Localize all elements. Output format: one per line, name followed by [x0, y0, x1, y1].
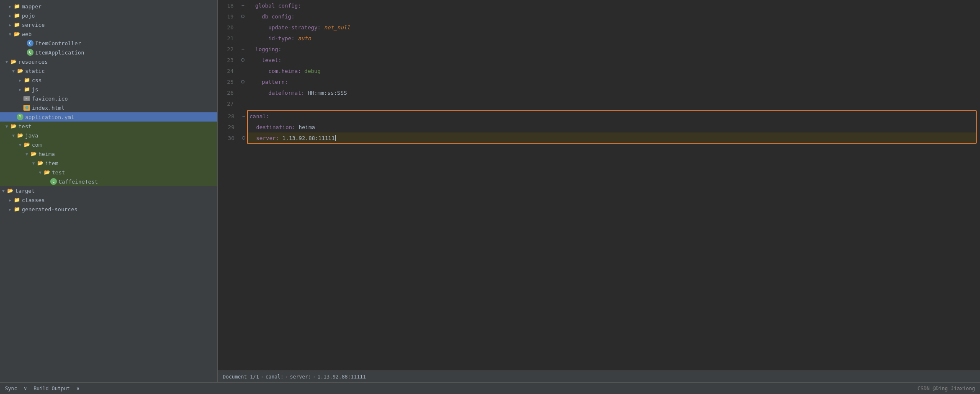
line-num: 29	[219, 124, 239, 130]
line-num: 26	[218, 90, 239, 96]
code-line-25: 25 pattern:	[218, 76, 980, 87]
code-line-22: 22 − logging:	[218, 44, 980, 54]
tree-label: web	[22, 31, 31, 37]
code-line-28: 28 − canal:	[248, 111, 976, 122]
class-icon: C	[27, 49, 33, 56]
tree-item-web[interactable]: ▼ 📂 web	[0, 29, 217, 39]
chevron-icon: ▶	[7, 3, 13, 10]
tree-item-mapper[interactable]: ▶ 📁 mapper	[0, 2, 217, 11]
chevron-icon: ▶	[7, 12, 13, 19]
build-output-label[interactable]: Build Output	[33, 386, 70, 391]
file-tree: ▶ 📁 mapper ▶ 📁 pojo ▶ 📁 service ▼ 📂 web …	[0, 0, 218, 382]
tree-label: heima	[39, 151, 55, 157]
tree-label: service	[22, 22, 45, 28]
chevron-icon: ▼	[23, 150, 30, 157]
tree-item-css[interactable]: ▶ 📁 css	[0, 75, 217, 85]
line-content: server: 1.13.92.88:11111	[248, 135, 976, 141]
folder-icon: 📂	[44, 169, 50, 176]
tree-item-test-nested[interactable]: ▼ 📂 test	[0, 168, 217, 177]
gutter	[239, 80, 247, 83]
bottom-left: Sync ∨ Build Output ∨	[5, 386, 80, 391]
tree-label: mapper	[22, 3, 41, 10]
tree-item-itemcontroller[interactable]: C ItemController	[0, 39, 217, 48]
tree-label: com	[32, 142, 41, 148]
folder-icon: 📂	[10, 58, 17, 65]
code-line-26: 26 dateformat: HH:mm:ss:SSS	[218, 87, 980, 98]
code-line-30: 30 server: 1.13.92.88:11111	[248, 132, 976, 143]
tree-item-caffeinetest[interactable]: C CaffeineTest	[0, 177, 217, 186]
folder-icon: 📁	[13, 206, 20, 213]
folder-icon: 📂	[17, 67, 23, 74]
editor-content[interactable]: 18 − global-config: 19 db-config: 20 upd…	[218, 0, 980, 371]
chevron-icon: ▶	[7, 206, 13, 213]
folder-icon: 📂	[7, 187, 13, 194]
folder-icon: 📂	[23, 141, 30, 148]
tree-label: classes	[22, 197, 45, 203]
tree-item-js[interactable]: ▶ 📁 js	[0, 85, 217, 94]
line-num: 25	[218, 79, 239, 85]
tree-item-appyml[interactable]: Y application.yml	[0, 112, 217, 122]
tree-item-service[interactable]: ▶ 📁 service	[0, 20, 217, 29]
line-num: 18	[218, 3, 239, 9]
tree-item-pojo[interactable]: ▶ 📁 pojo	[0, 11, 217, 20]
tree-item-indexhtml[interactable]: 🌐 index.html	[0, 103, 217, 112]
tree-item-favicon[interactable]: ico favicon.ico	[0, 94, 217, 103]
chevron-icon: ▶	[17, 86, 23, 93]
class-icon: C	[27, 40, 33, 47]
line-num: 22	[218, 46, 239, 52]
line-content: db-config:	[247, 13, 980, 20]
chevron-icon: ▼	[17, 141, 23, 148]
tree-item-resources[interactable]: ▼ 📂 resources	[0, 57, 217, 66]
folder-icon: 📁	[13, 3, 20, 10]
code-line-23: 23 level:	[218, 54, 980, 65]
sep2: ›	[285, 374, 288, 380]
folder-icon: 📂	[17, 132, 23, 139]
editor: 18 − global-config: 19 db-config: 20 upd…	[218, 0, 980, 382]
line-content: canal:	[248, 113, 976, 119]
folder-icon: 📁	[13, 197, 20, 203]
folder-icon: 📂	[10, 123, 17, 130]
status-value: 1.13.92.88:11111	[317, 374, 366, 380]
chevron-icon: ▶	[7, 197, 13, 203]
tree-item-generated[interactable]: ▶ 📁 generated-sources	[0, 205, 217, 214]
html-icon: 🌐	[23, 105, 30, 111]
tree-label: test	[18, 123, 31, 130]
chevron-icon: ▼	[30, 160, 37, 166]
tree-item-target[interactable]: ▼ 📂 target	[0, 186, 217, 195]
line-content: global-config:	[247, 3, 980, 9]
folder-icon: 📂	[37, 160, 44, 166]
tree-label: application.yml	[25, 114, 74, 120]
tree-label: resources	[18, 59, 48, 65]
line-content: id-type: auto	[247, 35, 980, 41]
tree-item-java[interactable]: ▼ 📂 java	[0, 131, 217, 140]
tree-item-heima[interactable]: ▼ 📂 heima	[0, 149, 217, 158]
code-line-21: 21 id-type: auto	[218, 33, 980, 44]
chevron-build: ∨	[77, 386, 80, 391]
line-content: level:	[247, 57, 980, 63]
tree-label: item	[45, 160, 58, 166]
line-num: 28	[219, 113, 239, 119]
tree-item-com[interactable]: ▼ 📂 com	[0, 140, 217, 149]
chevron-icon: ▼	[10, 132, 17, 139]
line-num: 19	[218, 13, 239, 20]
tree-item-test[interactable]: ▼ 📂 test	[0, 122, 217, 131]
tree-label: ItemController	[35, 40, 81, 47]
sep3: ›	[313, 374, 316, 380]
line-num: 30	[219, 135, 239, 141]
tree-label: css	[32, 77, 41, 83]
gutter	[239, 15, 247, 18]
line-content: update-strategy: not_null	[247, 24, 980, 31]
breadcrumb: Document 1/1 › canal: › server: › 1.13.9…	[223, 374, 366, 380]
line-content: com.heima: debug	[247, 68, 980, 74]
sync-label[interactable]: Sync	[5, 386, 17, 391]
tree-item-classes[interactable]: ▶ 📁 classes	[0, 195, 217, 205]
tree-item-static[interactable]: ▼ 📂 static	[0, 66, 217, 75]
status-server: server:	[290, 374, 311, 380]
folder-icon: 📁	[23, 77, 30, 83]
tree-item-item[interactable]: ▼ 📂 item	[0, 158, 217, 168]
copyright: CSDN @Ding Jiaxiong	[918, 386, 975, 391]
folder-icon: 📁	[13, 21, 20, 28]
tree-item-itemapplication[interactable]: C ItemApplication	[0, 48, 217, 57]
tree-label: test	[52, 169, 65, 176]
chevron-icon: ▶	[17, 77, 23, 83]
